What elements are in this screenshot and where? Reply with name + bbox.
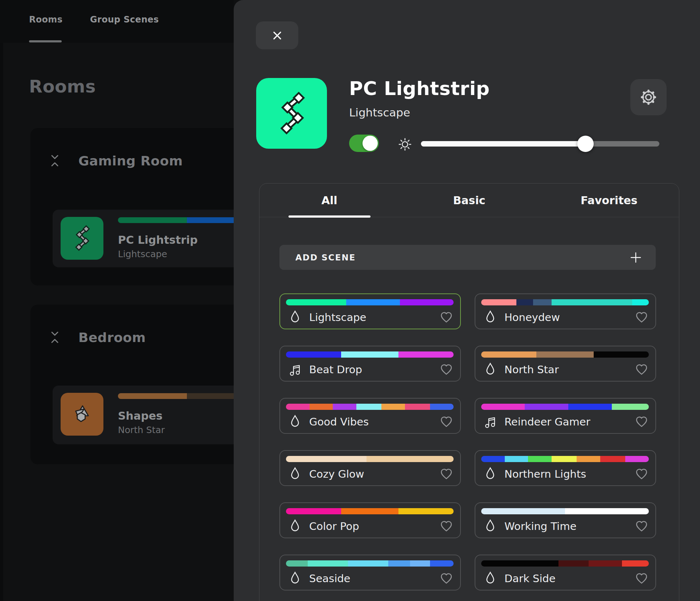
active-tab-underline <box>288 215 371 218</box>
drop-icon <box>483 571 497 586</box>
scene-name: Honeydew <box>504 311 560 324</box>
sidebar-edge <box>0 43 3 601</box>
device-name: PC Lightstrip <box>118 234 198 246</box>
drop-icon <box>288 519 302 534</box>
heart-icon[interactable] <box>635 572 648 585</box>
scene-card[interactable]: Honeydew <box>475 293 656 329</box>
add-scene-label: ADD SCENE <box>295 253 356 262</box>
drop-icon <box>288 571 302 586</box>
heart-icon[interactable] <box>440 416 453 428</box>
heart-icon[interactable] <box>440 311 453 324</box>
room-name: Gaming Room <box>78 153 183 168</box>
scene-card[interactable]: Cozy Glow <box>279 450 461 486</box>
device-name: Shapes <box>118 409 163 422</box>
music-note-icon <box>483 414 497 429</box>
tab-rooms[interactable]: Rooms <box>29 15 62 25</box>
scene-name: Working Time <box>504 520 576 532</box>
room-group-bedroom: Bedroom Shapes North Star <box>30 305 234 464</box>
plus-icon <box>630 251 642 264</box>
scene-card[interactable]: Seaside <box>279 555 461 590</box>
heart-icon[interactable] <box>440 520 453 532</box>
device-title: PC Lightstrip <box>349 78 490 99</box>
lightstrip-icon <box>256 78 327 149</box>
music-note-icon <box>288 362 302 377</box>
heart-icon[interactable] <box>440 572 453 585</box>
scene-color-bar <box>286 508 454 514</box>
scene-color-bar <box>286 456 454 462</box>
scene-color-bar <box>481 456 649 462</box>
scene-card[interactable]: North Star <box>475 346 656 382</box>
add-scene-button[interactable]: ADD SCENE <box>279 245 656 270</box>
scene-card[interactable]: Working Time <box>475 502 656 538</box>
brightness-slider[interactable] <box>421 138 659 149</box>
device-scene-bar <box>118 217 234 223</box>
heart-icon[interactable] <box>440 468 453 480</box>
scene-color-bar <box>286 404 454 410</box>
scene-name: Seaside <box>309 572 350 585</box>
heart-icon[interactable] <box>635 468 648 480</box>
tab-all[interactable]: All <box>259 184 399 217</box>
drop-icon <box>288 310 302 325</box>
tab-basic[interactable]: Basic <box>399 184 539 217</box>
device-scene-bar <box>118 393 234 399</box>
heart-icon[interactable] <box>440 363 453 376</box>
drop-icon <box>483 466 497 482</box>
close-button[interactable] <box>256 21 298 49</box>
tab-favorites[interactable]: Favorites <box>539 184 679 217</box>
sidebar-topbar: Rooms Group Scenes <box>0 0 234 43</box>
room-group-gaming-room: Gaming Room PC Li <box>30 128 234 285</box>
scenes-grid: Lightscape Honeydew <box>279 293 656 590</box>
slider-fill <box>421 141 585 147</box>
lightstrip-icon <box>61 217 103 260</box>
brightness-icon <box>397 136 413 152</box>
device-card-pc-lightstrip[interactable]: PC Lightstrip Lightscape <box>53 210 234 267</box>
scene-card[interactable]: Color Pop <box>279 502 461 538</box>
scene-color-bar <box>481 299 649 305</box>
scene-color-bar <box>481 508 649 514</box>
scene-name: North Star <box>504 363 559 376</box>
scene-color-bar <box>481 404 649 410</box>
toggle-knob <box>363 136 378 151</box>
close-icon <box>271 29 283 42</box>
scene-color-bar <box>481 560 649 567</box>
scene-card[interactable]: Good Vibes <box>279 398 461 434</box>
device-active-scene: Lightscape <box>118 249 167 259</box>
rooms-sidebar: Rooms Group Scenes Rooms Gaming Room <box>0 0 234 601</box>
scene-card[interactable]: Beat Drop <box>279 346 461 382</box>
gear-icon <box>638 87 659 107</box>
drop-icon <box>288 466 302 482</box>
settings-button[interactable] <box>630 79 667 115</box>
device-active-scene: North Star <box>118 425 165 435</box>
scene-color-bar <box>481 351 649 358</box>
heart-icon[interactable] <box>635 311 648 324</box>
heart-icon[interactable] <box>635 520 648 532</box>
heart-icon[interactable] <box>635 363 648 376</box>
device-active-scene: Lightscape <box>349 106 410 119</box>
scene-card[interactable]: Dark Side <box>475 555 656 590</box>
scene-name: Reindeer Gamer <box>504 416 590 428</box>
scene-color-bar <box>286 299 454 305</box>
scene-card[interactable]: Lightscape <box>279 293 461 329</box>
shapes-icon <box>61 393 103 436</box>
collapse-icon[interactable] <box>49 151 60 170</box>
scene-card[interactable]: Reindeer Gamer <box>475 398 656 434</box>
active-tab-underline <box>29 40 62 42</box>
app-window: Rooms Group Scenes Rooms Gaming Room <box>0 0 700 601</box>
collapse-icon[interactable] <box>49 328 60 347</box>
scenes-panel: All Basic Favorites ADD SCENE Lightsc <box>259 183 679 601</box>
scene-card[interactable]: Northern Lights <box>475 450 656 486</box>
scene-name: Lightscape <box>309 311 366 324</box>
heart-icon[interactable] <box>635 416 648 428</box>
scene-name: Cozy Glow <box>309 468 364 480</box>
scene-color-bar <box>286 560 454 567</box>
scene-name: Beat Drop <box>309 363 362 376</box>
device-card-shapes[interactable]: Shapes North Star <box>53 386 234 444</box>
scene-color-bar <box>286 351 454 358</box>
scene-name: Northern Lights <box>504 468 586 480</box>
scene-name: Color Pop <box>309 520 359 532</box>
scene-name: Dark Side <box>504 572 556 585</box>
slider-handle[interactable] <box>577 136 594 152</box>
power-toggle[interactable] <box>349 135 379 152</box>
tab-group-scenes[interactable]: Group Scenes <box>90 15 159 25</box>
drop-icon <box>288 414 302 429</box>
